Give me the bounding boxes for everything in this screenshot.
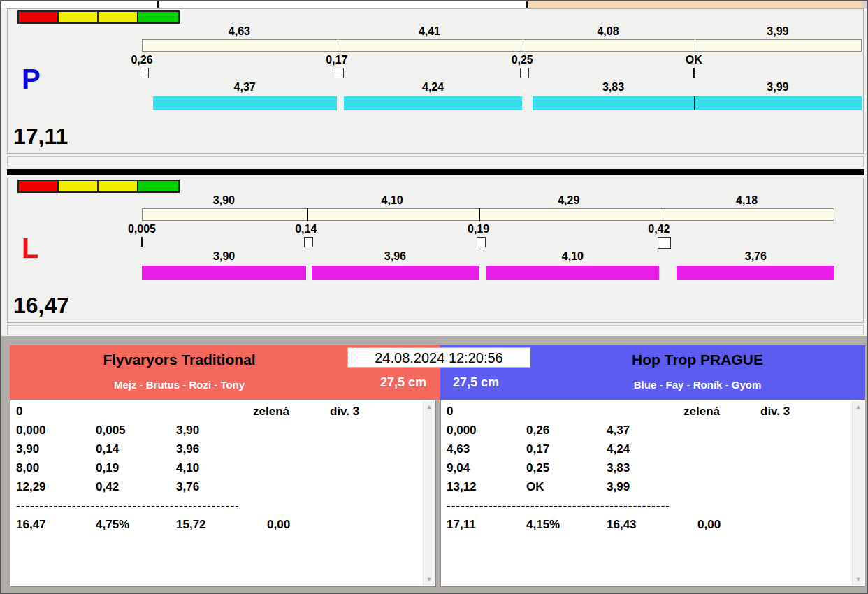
scroll-up-button[interactable]: ▲	[424, 401, 435, 413]
crossing-checkbox[interactable]	[477, 237, 486, 247]
crossing-label: 0,14	[278, 223, 334, 236]
crossing-checkbox[interactable]	[658, 237, 671, 249]
spacer-strip	[7, 325, 864, 335]
crossing-label: 0,26	[114, 54, 170, 66]
log-row: 0zelenádiv. 3	[441, 405, 851, 423]
crossing-tick	[693, 68, 695, 78]
split-time-bar	[142, 39, 862, 52]
cumulative-time: 9,04	[447, 461, 470, 475]
lane-panel-l: L 3,904,104,294,180,0050,140,190,423,903…	[7, 178, 864, 323]
dog-time: 3,76	[176, 480, 199, 494]
division-label: div. 3	[330, 405, 359, 419]
segment-divider	[695, 39, 695, 52]
scroll-up-button[interactable]: ▲	[853, 401, 864, 413]
segment-divider	[660, 208, 660, 221]
dog-time-label: 3,90	[196, 250, 252, 263]
top-strip-corner	[862, 1, 867, 8]
top-strip-peach-segment	[526, 1, 863, 8]
run-log-left: 0zelenádiv. 30,0000,0053,903,900,143,968…	[10, 400, 436, 587]
log-row: 13,12OK3,99	[441, 480, 851, 499]
total-time: 17,11	[447, 518, 476, 532]
log-row: 16,474,75%15,720,00	[10, 518, 421, 537]
crossing-checkbox[interactable]	[304, 237, 313, 247]
lane-chart: 4,634,414,083,990,260,170,25OK4,374,243,…	[8, 9, 863, 153]
segment-divider	[523, 39, 523, 52]
total-time: 16,47	[16, 518, 46, 532]
log-row: 17,114,15%16,430,00	[441, 518, 851, 537]
top-strip	[1, 1, 867, 8]
crossing-checkbox[interactable]	[335, 68, 344, 78]
cumulative-time: 3,90	[16, 442, 39, 456]
top-strip-tick	[157, 1, 159, 8]
net-time: 16,43	[607, 518, 637, 532]
timestamp: 24.08.2024 12:20:56	[347, 347, 530, 368]
crossing-time: 0,17	[526, 442, 549, 456]
log-row: 0zelenádiv. 3	[10, 405, 421, 423]
lane-chart: 3,904,104,294,180,0050,140,190,423,903,9…	[8, 178, 863, 322]
log-row: ----------------------------------------…	[441, 499, 851, 518]
dog-time-label: 3,99	[750, 81, 806, 94]
crossing-time: 0,42	[96, 480, 119, 494]
log-row: 0,0000,0053,90	[10, 423, 421, 442]
crossing-label: 0,25	[494, 54, 550, 66]
dog-time-bar	[153, 96, 337, 110]
split-time-label: 4,63	[211, 25, 267, 38]
jump-height-label: 27,5 cm	[453, 375, 499, 390]
light-color-word: zelená	[683, 405, 720, 419]
team-members: Mejz - Brutus - Rozi - Tony	[10, 379, 349, 391]
dog-time: 3,96	[176, 442, 199, 456]
split-time-label: 4,29	[541, 194, 597, 207]
scroll-down-button[interactable]: ▼	[853, 574, 864, 586]
total-percent: 4,75%	[96, 518, 129, 532]
crossing-time: 0,26	[526, 423, 549, 437]
dog-time: 4,10	[176, 461, 199, 475]
lane-total: 17,11	[13, 124, 68, 150]
team-members: Blue - Fay - Roník - Gyom	[530, 379, 865, 391]
cumulative-time: 0,000	[447, 423, 477, 437]
crossing-label: 0,42	[631, 223, 687, 236]
divider-line: ----------------------------------------…	[16, 499, 240, 513]
penalty-value: 0,00	[267, 518, 290, 532]
penalty-value: 0,00	[697, 518, 721, 532]
run-status: 0	[16, 405, 22, 419]
split-time-label: 4,08	[580, 25, 636, 38]
bar-divider	[694, 96, 695, 110]
divider-line: ----------------------------------------…	[447, 499, 670, 513]
lane-separator	[7, 169, 864, 175]
total-percent: 4,15%	[526, 518, 560, 532]
crossing-time: 0,19	[96, 461, 119, 475]
segment-divider	[307, 208, 308, 221]
split-time-label: 4,18	[719, 194, 775, 207]
results-section: Flyvaryors Traditional Mejz - Brutus - R…	[1, 336, 867, 594]
log-row: 3,900,143,96	[10, 442, 421, 461]
crossing-checkbox[interactable]	[520, 68, 529, 78]
crossing-label: 0,17	[309, 54, 365, 66]
cumulative-time: 0,000	[16, 423, 46, 437]
crossing-label: 0,005	[114, 223, 170, 236]
crossing-time: 0,14	[96, 442, 119, 456]
split-time-label: 3,90	[196, 194, 252, 207]
dog-time-bar	[486, 266, 659, 280]
app-window: P 4,634,414,083,990,260,170,25OK4,374,24…	[0, 0, 868, 594]
cumulative-time: 13,12	[447, 480, 477, 494]
lane-panel-p: P 4,634,414,083,990,260,170,25OK4,374,24…	[7, 8, 864, 154]
dog-time-bar	[312, 266, 478, 280]
dog-time-bar	[533, 96, 694, 110]
team-name: Flyvaryors Traditional	[10, 352, 349, 368]
crossing-label: 0,19	[451, 223, 507, 236]
log-row: ----------------------------------------…	[10, 499, 421, 518]
log-row: 0,0000,264,37	[441, 423, 851, 442]
scrollbar[interactable]: ▲▼	[852, 401, 864, 586]
dog-time-bar	[677, 266, 834, 280]
team-name: Hop Trop PRAGUE	[530, 352, 865, 368]
dog-time: 3,90	[176, 423, 199, 437]
dog-time-label: 4,24	[405, 81, 461, 94]
segment-divider	[479, 208, 480, 221]
scrollbar[interactable]: ▲▼	[423, 401, 435, 586]
dog-time: 4,24	[607, 442, 630, 456]
crossing-checkbox[interactable]	[140, 68, 149, 78]
crossing-tick	[141, 237, 143, 247]
split-time-label: 4,41	[401, 25, 457, 38]
dog-time-label: 3,96	[367, 250, 423, 263]
scroll-down-button[interactable]: ▼	[424, 574, 435, 586]
